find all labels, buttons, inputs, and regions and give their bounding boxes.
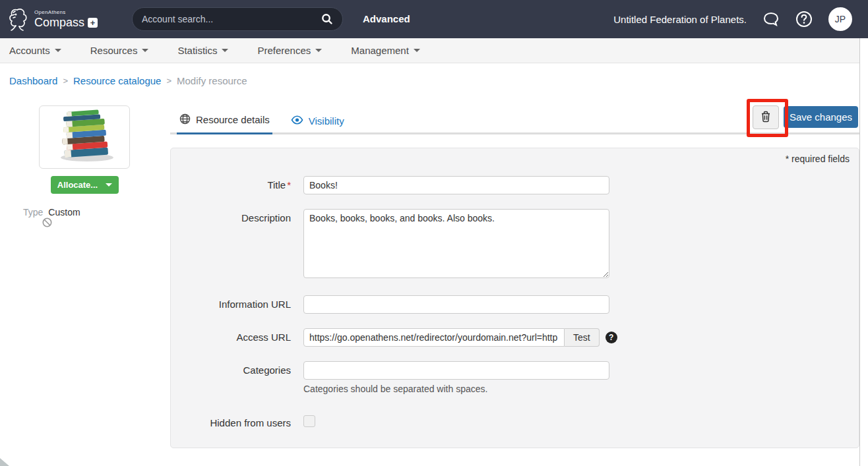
chat-icon[interactable] bbox=[762, 11, 780, 27]
type-value: Custom bbox=[48, 207, 80, 218]
breadcrumb-separator: > bbox=[166, 76, 171, 86]
required-fields-note: * required fields bbox=[171, 154, 850, 164]
access-url-row: Access URL Test ? bbox=[171, 328, 850, 347]
nav-resources[interactable]: Resources bbox=[90, 45, 149, 56]
categories-label: Categories bbox=[171, 361, 291, 394]
chevron-down-icon bbox=[106, 183, 112, 187]
description-row: Description Books, books, books, and boo… bbox=[171, 209, 850, 281]
user-avatar[interactable]: JP bbox=[828, 7, 852, 31]
brand-name-small: OpenAthens bbox=[34, 10, 98, 15]
categories-input[interactable] bbox=[303, 361, 609, 380]
breadcrumb-resource-catalogue[interactable]: Resource catalogue bbox=[73, 75, 161, 86]
categories-row: Categories Categories should be separate… bbox=[171, 361, 850, 394]
chevron-down-icon bbox=[55, 49, 61, 52]
prohibition-icon bbox=[42, 218, 52, 230]
eye-icon bbox=[291, 115, 303, 127]
account-search-box[interactable] bbox=[132, 7, 343, 31]
access-url-help-icon[interactable]: ? bbox=[605, 332, 617, 343]
title-input[interactable] bbox=[303, 176, 609, 194]
hidden-from-users-row: Hidden from users bbox=[171, 414, 850, 430]
advanced-search-link[interactable]: Advanced bbox=[363, 13, 410, 24]
tab-resource-details[interactable]: Resource details bbox=[177, 109, 272, 134]
categories-hint: Categories should be separated with spac… bbox=[303, 384, 609, 394]
brand-logo[interactable]: OpenAthens Compass + bbox=[8, 6, 98, 32]
nav-accounts[interactable]: Accounts bbox=[9, 45, 61, 56]
title-row: Title* bbox=[171, 176, 850, 194]
top-bar: OpenAthens Compass + Advanced Untitled F… bbox=[0, 0, 868, 38]
type-label: Type bbox=[23, 207, 43, 218]
breadcrumb-current: Modify resource bbox=[177, 75, 247, 86]
search-input[interactable] bbox=[142, 14, 321, 24]
information-url-label: Information URL bbox=[171, 295, 291, 314]
breadcrumb-separator: > bbox=[63, 76, 68, 86]
title-label: Title* bbox=[171, 176, 291, 194]
search-icon[interactable] bbox=[321, 13, 333, 25]
tab-visibility[interactable]: Visibility bbox=[288, 109, 347, 134]
chevron-down-icon bbox=[414, 49, 420, 52]
hidden-from-users-label: Hidden from users bbox=[171, 414, 291, 430]
delete-resource-button[interactable] bbox=[753, 105, 779, 129]
required-asterisk: * bbox=[287, 179, 291, 190]
nav-preferences[interactable]: Preferences bbox=[257, 45, 322, 56]
nav-management[interactable]: Management bbox=[351, 45, 420, 56]
trash-icon bbox=[760, 111, 771, 125]
breadcrumb: Dashboard > Resource catalogue > Modify … bbox=[9, 75, 247, 86]
breadcrumb-dashboard[interactable]: Dashboard bbox=[9, 75, 57, 86]
organisation-name: Untitled Federation of Planets. bbox=[613, 14, 747, 25]
save-changes-button[interactable]: Save changes bbox=[784, 106, 858, 128]
nav-statistics[interactable]: Statistics bbox=[177, 45, 228, 56]
page-corner-artifact bbox=[0, 458, 9, 466]
access-url-label: Access URL bbox=[171, 328, 291, 347]
resource-details-panel: * required fields Title* Description Boo… bbox=[170, 148, 859, 448]
resource-type-row: Type Custom bbox=[23, 207, 80, 218]
allocate-button[interactable]: Allocate... bbox=[51, 176, 119, 194]
description-label: Description bbox=[171, 209, 291, 281]
chevron-down-icon bbox=[142, 49, 148, 52]
access-url-input[interactable] bbox=[303, 328, 565, 347]
brand-name-large: Compass bbox=[34, 16, 84, 28]
globe-icon bbox=[179, 113, 191, 127]
scrollbar-track[interactable] bbox=[859, 38, 868, 466]
chevron-down-icon bbox=[222, 49, 228, 52]
test-url-button[interactable]: Test bbox=[565, 328, 600, 347]
chevron-down-icon bbox=[315, 49, 322, 52]
resource-thumbnail-card bbox=[39, 105, 130, 169]
help-icon[interactable] bbox=[795, 11, 813, 28]
plus-badge-icon: + bbox=[88, 18, 98, 28]
books-image bbox=[49, 109, 120, 165]
information-url-row: Information URL bbox=[171, 295, 850, 314]
hidden-from-users-checkbox[interactable] bbox=[303, 415, 315, 427]
openathens-logo-mark bbox=[8, 6, 30, 32]
description-textarea[interactable]: Books, books, books, and books. Also boo… bbox=[303, 209, 609, 278]
main-nav: Accounts Resources Statistics Preference… bbox=[0, 38, 859, 63]
information-url-input[interactable] bbox=[303, 295, 609, 314]
